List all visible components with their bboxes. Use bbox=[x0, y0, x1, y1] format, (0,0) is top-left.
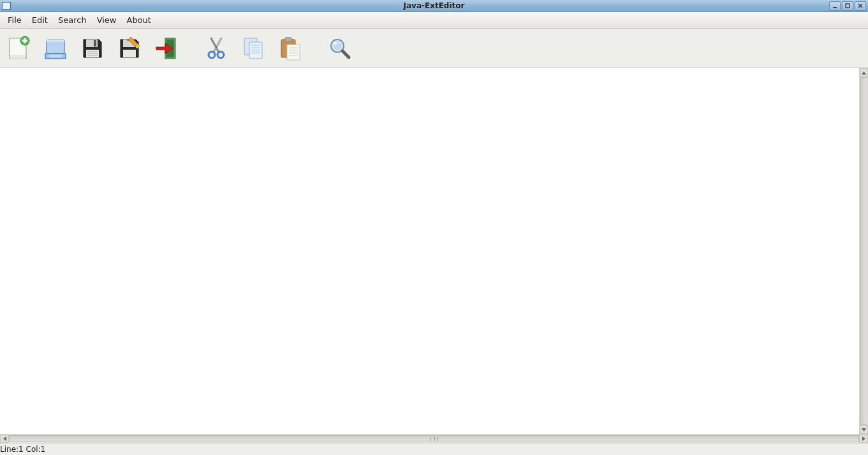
svg-rect-0 bbox=[833, 7, 837, 8]
menu-about[interactable]: About bbox=[121, 13, 156, 27]
search-button[interactable] bbox=[325, 34, 355, 63]
svg-point-26 bbox=[216, 46, 217, 48]
menu-file[interactable]: File bbox=[3, 13, 27, 27]
window-title: Java-ExtEditor bbox=[0, 1, 868, 10]
menubar: File Edit Search View About bbox=[0, 12, 868, 29]
menu-search[interactable]: Search bbox=[53, 13, 92, 27]
horizontal-scrollbar[interactable] bbox=[0, 434, 868, 443]
open-button[interactable] bbox=[41, 34, 70, 63]
scroll-left-button[interactable] bbox=[0, 435, 9, 443]
close-button[interactable] bbox=[855, 1, 866, 11]
new-file-button[interactable] bbox=[4, 34, 33, 63]
window-titlebar: Java-ExtEditor bbox=[0, 0, 868, 12]
chevron-right-icon bbox=[862, 437, 865, 441]
paste-button[interactable] bbox=[276, 34, 305, 63]
editor-area bbox=[0, 68, 868, 434]
save-as-icon bbox=[117, 36, 142, 61]
minimize-icon bbox=[832, 3, 837, 8]
text-editor[interactable] bbox=[0, 68, 859, 434]
chevron-down-icon bbox=[862, 428, 866, 431]
svg-rect-34 bbox=[285, 38, 291, 41]
maximize-button[interactable] bbox=[842, 1, 853, 11]
menu-view[interactable]: View bbox=[92, 13, 122, 27]
cut-button[interactable] bbox=[202, 34, 231, 63]
svg-rect-12 bbox=[94, 40, 96, 47]
save-icon bbox=[80, 36, 105, 61]
scroll-up-button[interactable] bbox=[860, 68, 868, 77]
copy-button[interactable] bbox=[239, 34, 268, 63]
chevron-left-icon bbox=[3, 437, 6, 441]
statusbar: Line:1 Col:1 bbox=[0, 443, 868, 455]
close-icon bbox=[858, 3, 863, 8]
search-icon bbox=[327, 36, 353, 61]
scroll-down-button[interactable] bbox=[860, 425, 868, 434]
vertical-scrollbar[interactable] bbox=[859, 68, 868, 434]
horizontal-scrollbar-thumb[interactable] bbox=[9, 435, 859, 442]
svg-line-43 bbox=[342, 51, 349, 57]
svg-rect-1 bbox=[846, 4, 850, 8]
svg-rect-18 bbox=[123, 50, 136, 57]
maximize-icon bbox=[845, 3, 850, 8]
svg-point-25 bbox=[217, 52, 224, 58]
export-button[interactable] bbox=[152, 34, 181, 63]
export-icon bbox=[154, 36, 179, 61]
svg-rect-35 bbox=[287, 45, 300, 60]
new-file-icon bbox=[6, 36, 31, 61]
paste-icon bbox=[277, 36, 303, 61]
chevron-up-icon bbox=[862, 71, 866, 75]
svg-point-24 bbox=[209, 52, 215, 58]
minimize-button[interactable] bbox=[829, 1, 841, 11]
svg-point-42 bbox=[334, 42, 337, 45]
vertical-scrollbar-thumb[interactable] bbox=[860, 77, 867, 425]
app-icon bbox=[2, 2, 11, 10]
toolbar bbox=[0, 29, 868, 68]
save-button[interactable] bbox=[78, 34, 107, 63]
scroll-right-button[interactable] bbox=[859, 435, 868, 443]
cut-icon bbox=[203, 36, 229, 61]
open-icon bbox=[43, 36, 68, 61]
cursor-position: Line:1 Col:1 bbox=[0, 445, 45, 454]
svg-rect-6 bbox=[22, 40, 27, 41]
save-as-button[interactable] bbox=[115, 34, 144, 63]
svg-rect-10 bbox=[49, 55, 62, 57]
menu-edit[interactable]: Edit bbox=[27, 13, 53, 27]
copy-icon bbox=[240, 36, 266, 61]
svg-rect-8 bbox=[47, 40, 64, 42]
